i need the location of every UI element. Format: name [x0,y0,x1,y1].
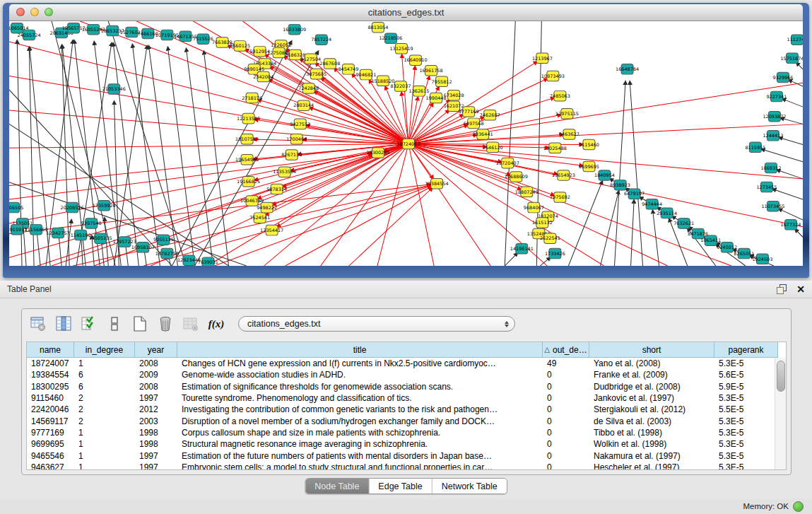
graph-edge[interactable] [132,45,160,266]
column-header-short[interactable]: short [589,342,714,358]
table-cell[interactable]: Yano et al. (2008) [589,358,714,368]
table-cell[interactable]: 5.6E-5 [714,370,778,380]
graph-node[interactable]: 1273455 [756,182,777,192]
graph-node[interactable]: 10688609 [505,172,528,182]
table-cell[interactable]: 5.9E-5 [714,382,778,392]
table-cell[interactable]: Embryonic stem cells: a model to study s… [177,462,543,470]
graph-edge[interactable] [108,21,186,266]
graph-edge[interactable] [795,229,803,237]
graph-edge[interactable] [187,49,213,266]
table-cell[interactable]: 22420046 [27,404,74,414]
graph-node[interactable]: 14196141 [510,244,534,255]
table-row[interactable]: 1938455462009Genome-wide association stu… [27,369,786,380]
graph-node[interactable]: 9474444 [642,199,662,210]
table-row[interactable]: 946554611997Estimation of the future num… [27,450,786,461]
graph-node[interactable]: 12093872 [763,111,786,122]
graph-node[interactable]: 12342757 [47,228,70,238]
graph-node[interactable]: 2506505 [9,202,23,213]
graph-edge[interactable] [505,21,515,266]
graph-node[interactable]: 16033809 [283,24,306,35]
table-row[interactable]: 1872400712008Changes of HCN gene express… [27,358,786,369]
table-cell[interactable]: 0 [543,393,589,403]
tab-network-table[interactable]: Network Table [433,479,507,493]
graph-node[interactable]: 9463627 [559,129,579,140]
graph-node[interactable]: 7632621 [673,218,694,229]
graph-edge[interactable] [151,144,408,266]
close-window-icon[interactable] [16,8,25,16]
column-header-in_degree[interactable]: in_degree [74,342,135,358]
table-cell[interactable]: 9115460 [27,393,74,403]
column-header-title[interactable]: title [177,342,543,358]
table-row[interactable]: 2242004622012Investigating the contribut… [27,404,786,415]
graph-node[interactable]: 9329966 [772,72,793,83]
table-cell[interactable]: 0 [543,428,589,438]
table-cell[interactable]: 0 [543,462,589,470]
column-header-out_de[interactable]: △out_de… [543,342,589,358]
table-cell[interactable]: 2008 [135,382,177,392]
table-cell[interactable]: 9777169 [27,428,74,438]
graph-node[interactable]: 1733426 [545,248,565,259]
select-columns-button[interactable] [80,315,98,333]
function-builder-button[interactable]: f(x) [207,315,225,333]
graph-edge[interactable] [167,47,194,266]
graph-edge[interactable] [796,63,803,69]
table-mode-button[interactable] [105,315,124,333]
table-cell[interactable]: 9465546 [27,451,74,461]
table-cell[interactable]: 1 [74,358,135,368]
table-cell[interactable]: 5.3E-5 [714,462,778,470]
graph-edge[interactable] [540,257,550,266]
graph-edge[interactable] [568,181,602,266]
graph-node[interactable]: 1244413 [763,131,783,141]
table-cell[interactable]: 6 [74,382,135,392]
graph-node[interactable]: 1069312 [760,163,781,173]
table-cell[interactable]: Corpus callosum shape and size in male p… [177,428,543,438]
graph-node[interactable]: 8938923 [610,180,630,190]
graph-edge[interactable] [630,81,642,266]
column-header-pagerank[interactable]: pagerank [714,342,778,358]
table-select-dropdown[interactable]: citations_edges.txt [238,316,515,332]
graph-node[interactable]: 1677324 [781,220,801,230]
graph-edge[interactable] [9,153,372,199]
table-cell[interactable]: 1997 [135,393,177,403]
column-header-year[interactable]: year [135,342,177,358]
graph-node[interactable]: 12923448 [177,255,201,266]
graph-edge[interactable] [779,209,803,220]
table-cell[interactable]: Stergiakouli et al. (2012) [589,404,714,414]
table-cell[interactable]: Tibbo et al. (1998) [589,428,714,438]
table-cell[interactable]: 1998 [135,428,177,438]
create-column-button[interactable] [131,315,149,333]
graph-edge[interactable] [761,149,803,162]
table-cell[interactable]: 19384554 [27,370,74,380]
graph-node[interactable]: 20206526 [61,202,84,213]
zoom-window-icon[interactable] [45,8,53,16]
scrollbar-thumb[interactable] [777,361,785,392]
table-cell[interactable]: 49 [543,358,589,368]
table-row[interactable]: 969969511998Structural magnetic resonanc… [27,438,786,450]
graph-node[interactable]: 7639031 [198,257,218,266]
graph-node[interactable]: 12975115 [555,109,579,119]
table-cell[interactable]: 5.3E-5 [714,393,778,403]
table-cell[interactable]: 2003 [135,416,177,426]
tab-node-table[interactable]: Node Table [305,479,369,493]
table-cell[interactable]: 9699695 [27,439,74,449]
table-cell[interactable]: Structural magnetic resonance image aver… [177,439,543,449]
graph-node[interactable]: 9115460 [579,139,599,150]
float-panel-icon[interactable] [777,284,787,294]
table-row[interactable]: 1456911722003Disruption of a novel membe… [27,415,786,426]
column-header-name[interactable]: name [27,342,74,358]
graph-node[interactable]: 19384554 [425,178,449,189]
table-cell[interactable]: 1 [74,451,135,461]
graph-node[interactable]: 15751874 [780,53,803,64]
graph-node[interactable]: 1924503 [752,254,772,264]
graph-node[interactable]: 7485063 [550,90,570,101]
graph-node[interactable]: 12213589 [237,113,260,124]
graph-node[interactable]: 2935114 [657,208,677,218]
table-cell[interactable]: 1 [74,439,135,449]
table-cell[interactable]: 5.3E-5 [714,451,778,461]
table-row[interactable]: 977716911998Corpus callosum shape and si… [27,427,786,438]
table-cell[interactable]: Estimation of significance thresholds fo… [177,382,543,392]
table-cell[interactable]: Investigating the contribution of common… [177,404,543,414]
graph-node[interactable]: 17359924 [93,200,116,211]
table-row[interactable]: 946362711997Embryonic stem cells: a mode… [27,462,786,470]
graph-node[interactable]: 2336441 [473,129,493,140]
